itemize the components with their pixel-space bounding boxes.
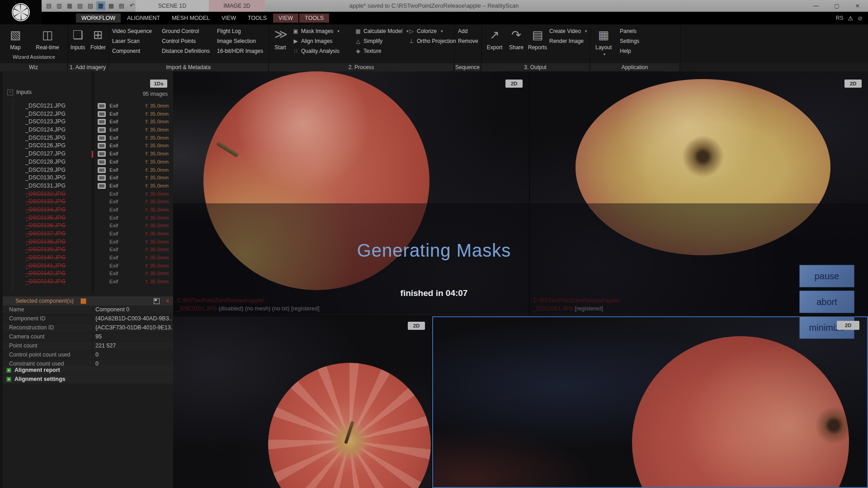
input-file-row[interactable]: _DSC0135.JPG (3, 214, 92, 222)
settings-button[interactable]: Settings (620, 36, 639, 46)
view-badge-2d[interactable]: 2D (837, 321, 859, 330)
laser-scan-button[interactable]: Laser Scan (112, 36, 152, 46)
render-image-button[interactable]: Render Image (549, 36, 587, 46)
input-file-row[interactable]: _DSC0130.JPG (3, 174, 92, 182)
image-selection-button[interactable]: Image Selection (217, 36, 263, 46)
colorize-button[interactable]: ▷Colorize▾ (408, 26, 456, 36)
rs-account-label[interactable]: RS (836, 15, 844, 21)
layout-preset-icon-4[interactable]: ▧ (75, 1, 85, 10)
input-file-row[interactable]: _DSC0127.JPG (3, 150, 92, 158)
input-file-row[interactable]: _DSC0133.JPG (3, 198, 92, 206)
video-sequence-button[interactable]: Video Sequence (112, 26, 152, 36)
context-menu-tab-view[interactable]: VIEW (273, 14, 298, 23)
exif-row[interactable]: Exiff: 35.0mm (94, 118, 173, 126)
input-file-row[interactable]: _DSC0141.JPG (3, 262, 92, 270)
exif-row[interactable]: Exiff: 35.0mm (94, 182, 173, 190)
layout-preset-icon-7[interactable]: ▩ (107, 1, 116, 10)
input-file-row[interactable]: _DSC0124.JPG (3, 126, 92, 134)
layout-preset-icon-1[interactable]: ▤ (44, 1, 53, 10)
export-button[interactable]: ↗ Export (483, 25, 506, 51)
exif-row[interactable]: Exiff: 35.0mm (94, 230, 173, 238)
inputs-button[interactable]: ❏ Inputs (68, 25, 88, 51)
input-file-row[interactable]: _DSC0134.JPG (3, 206, 92, 214)
exif-row[interactable]: Exiff: 35.0mm (94, 270, 173, 278)
input-file-row[interactable]: _DSC0136.JPG (3, 222, 92, 230)
input-file-row[interactable]: _DSC0121.JPG (3, 102, 92, 110)
abort-button[interactable]: abort (799, 291, 854, 313)
exif-row[interactable]: Exiff: 35.0mm (94, 222, 173, 230)
start-button[interactable]: ≫ Start (270, 24, 291, 51)
exif-row[interactable]: Exiff: 35.0mm (94, 142, 173, 150)
folder-button[interactable]: ⊞ Folder (88, 25, 108, 51)
input-file-row[interactable]: _DSC0143.JPG (3, 278, 92, 286)
layout-preset-icon-2[interactable]: ▥ (55, 1, 64, 10)
control-points-button[interactable]: Control Points (162, 36, 210, 46)
layout-preset-icon-3[interactable]: ▦ (65, 1, 74, 10)
app-logo[interactable] (0, 0, 42, 24)
exif-row[interactable]: Exiff: 35.0mm (94, 206, 173, 214)
reports-button[interactable]: ▤ Reports (526, 25, 549, 51)
input-file-row[interactable]: _DSC0128.JPG (3, 158, 92, 166)
menu-tab-view[interactable]: VIEW (216, 14, 241, 23)
expander-alignment-settings[interactable]: +Alignment settings (3, 375, 173, 384)
sequence-add-button[interactable]: Add (458, 26, 478, 36)
scrollbar-marker[interactable] (92, 151, 93, 158)
menu-tab-workflow[interactable]: WORKFLOW (76, 14, 121, 23)
context-menu-tab-tools[interactable]: TOOLS (299, 14, 329, 23)
exif-row[interactable]: Exiff: 35.0mm (94, 190, 173, 198)
collapse-icon[interactable]: − (7, 89, 13, 95)
view-badge-2d[interactable]: 2D (408, 322, 425, 330)
layout-preset-icon-5[interactable]: ▨ (86, 1, 95, 10)
exif-row[interactable]: Exiff: 35.0mm (94, 126, 173, 134)
exif-row[interactable]: Exiff: 35.0mm (94, 262, 173, 270)
realtime-assistance-button[interactable]: ◫ Real-time (30, 25, 65, 51)
expander-alignment-report[interactable]: +Alignment report (3, 366, 173, 375)
create-video-button[interactable]: Create Video▾ (549, 26, 587, 36)
input-file-row[interactable]: _DSC0125.JPG (3, 134, 92, 142)
undo-icon[interactable]: ↶ (127, 1, 137, 10)
input-file-row[interactable]: _DSC0123.JPG (3, 118, 92, 126)
mask-images-button[interactable]: ▣Mask Images▾ (292, 26, 340, 36)
menu-tab-alignment[interactable]: ALIGNMENT (122, 14, 165, 23)
menu-tab-mesh-model[interactable]: MESH MODEL (166, 14, 215, 23)
expand-plus-icon[interactable]: + (6, 368, 11, 373)
exif-row[interactable]: Exiff: 35.0mm (94, 214, 173, 222)
input-file-row[interactable]: _DSC0126.JPG (3, 142, 92, 150)
distance-definitions-button[interactable]: Distance Definitions (162, 46, 210, 56)
exif-row[interactable]: Exiff: 35.0mm (94, 278, 173, 286)
inputs-tree-root[interactable]: − Inputs (7, 88, 32, 96)
texture-button[interactable]: ◈Texture (355, 46, 409, 56)
component-button[interactable]: Component (112, 46, 152, 56)
share-button[interactable]: ↷ Share (507, 25, 526, 51)
pause-button[interactable]: pause (799, 265, 854, 287)
calculate-model-button[interactable]: ▦Calculate Model▾ (355, 26, 409, 36)
exif-row[interactable]: Exiff: 35.0mm (94, 198, 173, 206)
toolbar-chevron-icon[interactable]: ≑ (118, 0, 123, 12)
window-maximize-icon[interactable]: ▢ (826, 0, 847, 12)
layout-button[interactable]: ▦ Layout ▾ (592, 25, 615, 57)
tab-image-2d[interactable]: IMAGE 2D (209, 0, 265, 12)
input-file-row[interactable]: _DSC0142.JPG (3, 270, 92, 278)
offline-icon[interactable]: ⊘ (858, 15, 863, 22)
input-file-row[interactable]: _DSC0129.JPG (3, 166, 92, 174)
viewport-bottom-right-active[interactable] (432, 316, 868, 488)
input-file-row[interactable]: _DSC0132.JPG (3, 190, 92, 198)
warning-icon[interactable]: ⚠ (848, 15, 853, 22)
quality-analysis-button[interactable]: ∷Quality Analysis (292, 46, 340, 56)
expand-plus-icon[interactable]: + (6, 377, 11, 382)
hdr-images-button[interactable]: 16-bit/HDR Images (217, 46, 263, 56)
window-minimize-icon[interactable]: — (806, 0, 826, 12)
exif-row[interactable]: Exiff: 35.0mm (94, 102, 173, 110)
viewport-bottom-left[interactable] (173, 316, 431, 488)
tab-scene-1d[interactable]: SCENE 1D (136, 0, 209, 12)
view-badge-2d[interactable]: 2D (505, 80, 523, 88)
exif-row[interactable]: Exiff: 35.0mm (94, 150, 173, 158)
panels-button[interactable]: Panels (620, 26, 639, 36)
ground-control-button[interactable]: Ground Control (162, 26, 210, 36)
layout-preset-icon-6[interactable]: ▦ (96, 1, 105, 10)
menu-tab-tools[interactable]: TOOLS (242, 14, 272, 23)
dock-panel-icon[interactable] (154, 298, 160, 304)
map-button[interactable]: ▧ Map (2, 25, 29, 51)
simplify-button[interactable]: △Simplify (355, 36, 409, 46)
exif-row[interactable]: Exiff: 35.0mm (94, 110, 173, 118)
